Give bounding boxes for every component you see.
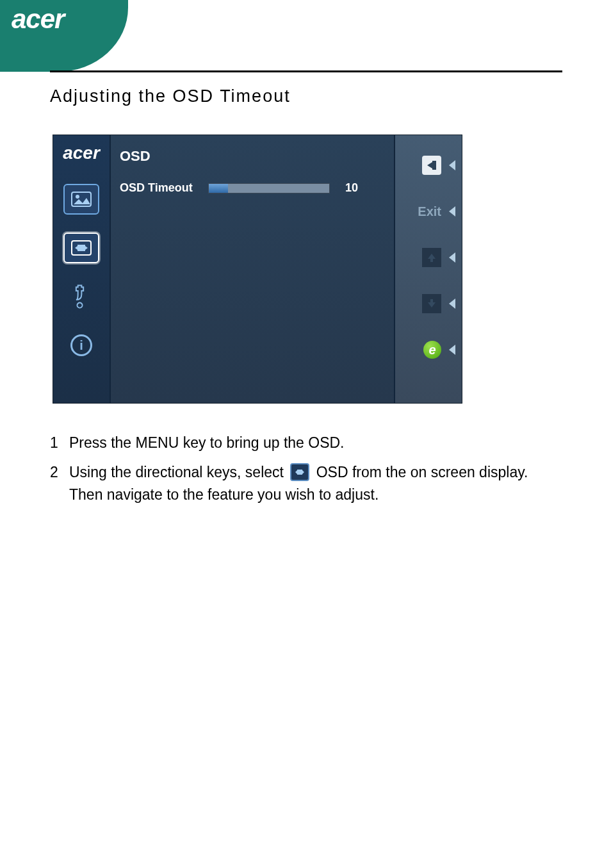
left-arrow-icon xyxy=(449,252,455,263)
osd-timeout-value: 10 xyxy=(345,181,358,195)
step-text: Press the MENU key to bring up the OSD. xyxy=(69,432,562,455)
info-tab-icon[interactable]: i xyxy=(63,330,99,361)
osd-inline-icon xyxy=(290,463,309,481)
osd-button-column: Exit e xyxy=(395,135,462,403)
osd-main-panel: OSD OSD Timeout 10 xyxy=(111,135,395,403)
step-text: Using the directional keys, select OSD f… xyxy=(69,461,562,507)
osd-empower-button[interactable]: e xyxy=(395,335,462,364)
osd-heading: OSD xyxy=(120,148,385,165)
svg-rect-3 xyxy=(77,245,85,251)
step-number: 1 xyxy=(50,432,69,455)
exit-label: Exit xyxy=(418,202,441,221)
osd-tab-icon[interactable] xyxy=(63,233,99,263)
osd-exit-button[interactable]: Exit xyxy=(395,197,462,226)
osd-timeout-label: OSD Timeout xyxy=(120,181,197,195)
picture-tab-icon[interactable] xyxy=(63,184,99,215)
osd-timeout-slider[interactable] xyxy=(208,183,330,193)
svg-point-4 xyxy=(76,301,83,308)
step-2: 2 Using the directional keys, select OSD… xyxy=(50,461,562,507)
step-2-part-a: Using the directional keys, select xyxy=(69,464,288,480)
divider-rule xyxy=(50,70,562,72)
enter-icon xyxy=(422,156,441,175)
input-tab-icon[interactable] xyxy=(63,281,99,312)
osd-screenshot: acer i OSD OSD Timeout xyxy=(53,135,462,404)
left-arrow-icon xyxy=(449,160,455,170)
left-arrow-icon xyxy=(449,299,455,309)
osd-down-button[interactable] xyxy=(395,289,462,318)
e-icon: e xyxy=(423,341,441,359)
svg-rect-5 xyxy=(432,161,436,170)
left-arrow-icon xyxy=(449,345,455,355)
osd-timeout-slider-fill xyxy=(209,184,228,193)
left-arrow-icon xyxy=(449,206,455,217)
arrow-down-icon xyxy=(422,294,441,313)
step-number: 2 xyxy=(50,461,69,507)
osd-brand-logo: acer xyxy=(63,143,100,163)
osd-up-button[interactable] xyxy=(395,243,462,272)
osd-tab-column: acer i xyxy=(53,135,111,403)
osd-enter-button[interactable] xyxy=(395,151,462,180)
osd-timeout-row[interactable]: OSD Timeout 10 xyxy=(120,181,385,195)
section-title: Adjusting the OSD Timeout xyxy=(50,86,562,106)
step-1: 1 Press the MENU key to bring up the OSD… xyxy=(50,432,562,455)
svg-rect-6 xyxy=(297,470,302,475)
brand-logo: acer xyxy=(12,4,64,35)
instruction-list: 1 Press the MENU key to bring up the OSD… xyxy=(50,432,562,507)
arrow-up-icon xyxy=(422,248,441,267)
svg-point-1 xyxy=(76,195,79,199)
